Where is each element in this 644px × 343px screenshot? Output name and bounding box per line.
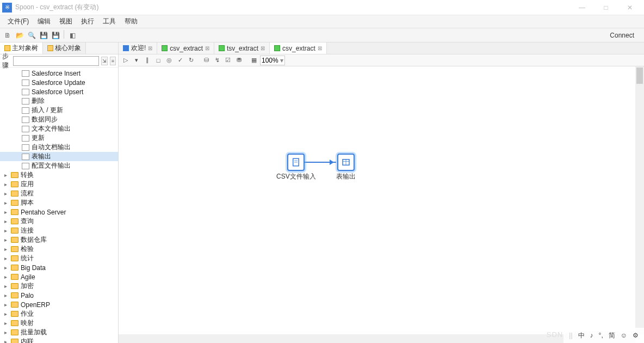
debug-icon[interactable]: ✓ xyxy=(175,56,185,65)
tree-folder[interactable]: ▸数据仓库 xyxy=(0,235,118,244)
folder-label: 映射 xyxy=(21,318,34,328)
tree-folder[interactable]: ▸加密 xyxy=(0,281,118,291)
folder-label: Pentaho Server xyxy=(21,209,66,216)
tree-folder[interactable]: ▸Agile xyxy=(0,272,118,281)
tree-leaf-item[interactable]: 表输出 xyxy=(0,152,118,161)
sql-icon[interactable]: ⛁ xyxy=(201,56,211,65)
menu-run[interactable]: 执行 xyxy=(77,15,98,28)
run-icon[interactable]: ▷ xyxy=(121,56,131,65)
close-button[interactable]: ✕ xyxy=(618,0,642,15)
sidebar-tab-label: 主对象树 xyxy=(12,44,38,53)
folder-label: 批量加载 xyxy=(21,328,47,337)
tree-folder[interactable]: ▸连接 xyxy=(0,226,118,235)
replay-icon[interactable]: ↻ xyxy=(186,56,196,65)
tab-close-icon[interactable]: ⊠ xyxy=(148,45,152,51)
sidebar-tab-core-objects[interactable]: 核心对象 xyxy=(43,42,86,54)
chevron-right-icon: ▸ xyxy=(4,172,11,178)
tab-close-icon[interactable]: ⊠ xyxy=(261,45,265,51)
grid-icon[interactable]: ▦ xyxy=(249,56,259,65)
tree-folder[interactable]: ▸脚本 xyxy=(0,198,118,207)
tree-folder[interactable]: ▸OpenERP xyxy=(0,300,118,309)
zoom-select[interactable]: 100% ▾ xyxy=(260,56,285,65)
tree-folder[interactable]: ▸应用 xyxy=(0,180,118,189)
menu-edit[interactable]: 编辑 xyxy=(33,15,55,28)
tree-leaf-item[interactable]: 配置文件输出 xyxy=(0,161,118,170)
vertical-scrollbar[interactable] xyxy=(635,66,644,334)
tab-close-icon[interactable]: ⊠ xyxy=(318,45,322,51)
tree-folder[interactable]: ▸Palo xyxy=(0,291,118,300)
chevron-right-icon: ▸ xyxy=(4,191,11,197)
tree-folder[interactable]: ▸转换 xyxy=(0,170,118,180)
canvas-tab[interactable]: tsv_extract⊠ xyxy=(214,42,270,54)
tree-leaf-item[interactable]: 文本文件输出 xyxy=(0,124,118,133)
tree-leaf-item[interactable]: 插入 / 更新 xyxy=(0,106,118,115)
dropdown-icon[interactable]: ▾ xyxy=(132,56,141,65)
tree-folder[interactable]: ▸查询 xyxy=(0,217,118,226)
ime-lang[interactable]: 中 xyxy=(578,331,585,340)
tree-leaf-item[interactable]: 数据同步 xyxy=(0,115,118,124)
tree-folder[interactable]: ▸检验 xyxy=(0,244,118,254)
explore-icon[interactable]: 🔍 xyxy=(26,30,37,41)
save-icon[interactable]: 💾 xyxy=(38,30,49,41)
impact-icon[interactable]: ↯ xyxy=(212,56,222,65)
tree-leaf-item[interactable]: 更新 xyxy=(0,133,118,143)
maximize-button[interactable]: □ xyxy=(594,0,618,15)
chevron-right-icon: ▸ xyxy=(4,274,11,280)
transformation-canvas[interactable]: CSV文件输入 表输出 xyxy=(119,66,644,343)
tree-leaf-item[interactable]: Salesforce Update xyxy=(0,78,118,87)
tree-leaf-item[interactable]: Salesforce Insert xyxy=(0,69,118,78)
folder-icon xyxy=(11,311,18,317)
folder-label: Palo xyxy=(21,292,34,299)
ime-emoji-icon[interactable]: ☺ xyxy=(621,332,627,339)
menu-view[interactable]: 视图 xyxy=(55,15,77,28)
tree-folder[interactable]: ▸流程 xyxy=(0,189,118,198)
tree-icon xyxy=(4,45,10,51)
menu-tools[interactable]: 工具 xyxy=(98,15,120,28)
menu-help[interactable]: 帮助 xyxy=(120,15,142,28)
tree-folder[interactable]: ▸Pentaho Server xyxy=(0,207,118,217)
canvas-tab[interactable]: csv_extract⊠ xyxy=(157,42,214,54)
ime-mode-icon[interactable]: ♪ xyxy=(590,332,593,339)
step-icon xyxy=(22,144,29,151)
tree-folder[interactable]: ▸作业 xyxy=(0,309,118,318)
stop-icon[interactable]: □ xyxy=(153,56,163,65)
collapse-all-icon[interactable]: ≡ xyxy=(110,57,116,65)
tree-leaf-item[interactable]: 自动文档输出 xyxy=(0,143,118,152)
step-table-output[interactable]: 表输出 xyxy=(336,154,356,181)
tree-view[interactable]: Salesforce InsertSalesforce UpdateSalesf… xyxy=(0,68,118,343)
tree-folder[interactable]: ▸统计 xyxy=(0,254,118,263)
ime-charset[interactable]: 简 xyxy=(609,331,615,340)
tree-folder[interactable]: ▸内联 xyxy=(0,337,118,343)
expand-all-icon[interactable]: ⇲ xyxy=(101,57,107,65)
tab-close-icon[interactable]: ⊠ xyxy=(205,45,209,51)
perspective-icon[interactable]: ◧ xyxy=(67,30,78,41)
db-icon[interactable]: ⛃ xyxy=(234,56,244,65)
save-as-icon[interactable]: 💾 xyxy=(50,30,61,41)
tree-folder[interactable]: ▸映射 xyxy=(0,318,118,328)
folder-label: 统计 xyxy=(21,254,34,263)
tree-leaf-item[interactable]: 删除 xyxy=(0,96,118,106)
connect-button[interactable]: Connect xyxy=(602,32,642,39)
step-icon xyxy=(22,163,29,169)
open-icon[interactable]: 📂 xyxy=(14,30,25,41)
tree-folder[interactable]: ▸批量加载 xyxy=(0,328,118,337)
canvas-tab[interactable]: csv_extract⊠ xyxy=(270,42,327,54)
check-icon[interactable]: ☑ xyxy=(223,56,233,65)
preview-icon[interactable]: ◎ xyxy=(164,56,174,65)
minimize-button[interactable]: — xyxy=(570,0,594,15)
pause-icon[interactable]: ∥ xyxy=(143,56,152,65)
step-icon xyxy=(22,117,29,123)
folder-icon xyxy=(11,218,18,224)
new-file-icon[interactable]: 🗎 xyxy=(2,30,13,41)
step-csv-input[interactable]: CSV文件输入 xyxy=(276,154,316,181)
ime-settings-icon[interactable]: ⚙ xyxy=(633,332,639,339)
menu-file[interactable]: 文件(F) xyxy=(3,15,33,28)
search-input[interactable] xyxy=(13,56,99,66)
tree-folder[interactable]: ▸Big Data xyxy=(0,263,118,272)
tree-leaf-item[interactable]: Salesforce Upsert xyxy=(0,87,118,96)
menu-bar: 文件(F) 编辑 视图 执行 工具 帮助 xyxy=(0,15,644,28)
sidebar: 主对象树 核心对象 步骤 ⇲ ≡ Salesforce InsertSalesf… xyxy=(0,42,119,343)
tree-item-label: 配置文件输出 xyxy=(32,161,71,170)
canvas-tab[interactable]: 欢迎!⊠ xyxy=(119,42,157,54)
ime-punct[interactable]: °, xyxy=(599,332,603,339)
